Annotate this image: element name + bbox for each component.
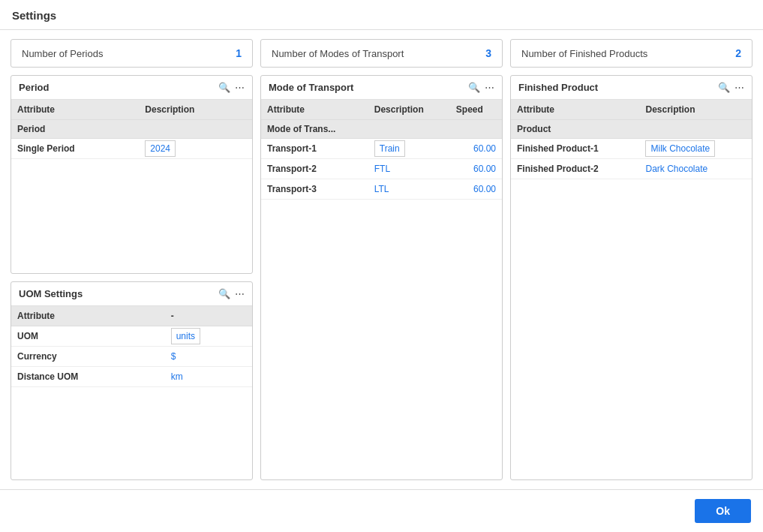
single-period-value-cell[interactable]: 2024 [139, 139, 252, 159]
currency-value[interactable]: $ [171, 351, 176, 362]
currency-value-cell[interactable]: $ [165, 347, 252, 367]
table-row: UOM units [11, 326, 252, 347]
transport2-label: Transport-2 [261, 159, 368, 179]
page-title: Settings [12, 9, 751, 22]
uom-value[interactable]: units [171, 328, 200, 344]
period-col-description: Description [139, 100, 252, 120]
uom-search-icon[interactable]: 🔍 [218, 288, 230, 299]
products-value: 2 [735, 47, 741, 59]
right-col: Finished Product 🔍 ⋯ Attribute Descripti… [510, 75, 752, 480]
uom-panel: UOM Settings 🔍 ⋯ Attribute - [11, 281, 253, 480]
transport-col-speed: Speed [450, 100, 502, 120]
middle-col: Mode of Transport 🔍 ⋯ Attribute Descript… [260, 75, 503, 480]
transport1-speed: 60.00 [450, 139, 502, 159]
finished-subheader-row: Product [511, 120, 752, 139]
table-row: Finished Product-2 Dark Chocolate [511, 159, 752, 179]
summary-row: Number of Periods 1 Number of Modes of T… [11, 39, 752, 68]
product2-label: Finished Product-2 [511, 159, 639, 179]
transport1-desc-cell[interactable]: Train [368, 139, 450, 159]
product1-value[interactable]: Milk Chocolate [645, 140, 715, 157]
single-period-value[interactable]: 2024 [145, 140, 176, 157]
periods-value: 1 [236, 47, 242, 59]
uom-panel-title: UOM Settings [19, 288, 83, 299]
table-row: Transport-1 Train 60.00 [261, 139, 502, 159]
period-col-attribute: Attribute [11, 100, 139, 120]
transport-panel-title: Mode of Transport [269, 82, 353, 93]
finished-panel: Finished Product 🔍 ⋯ Attribute Descripti… [510, 75, 752, 480]
transport-more-icon[interactable]: ⋯ [485, 82, 494, 93]
finished-subheader-value [639, 120, 752, 139]
period-more-icon[interactable]: ⋯ [235, 82, 245, 93]
uom-label: UOM [11, 326, 165, 347]
uom-col-attribute: Attribute [11, 306, 165, 326]
product2-value-cell[interactable]: Dark Chocolate [639, 159, 752, 179]
table-row: Finished Product-1 Milk Chocolate [511, 139, 752, 159]
uom-value-cell[interactable]: units [165, 326, 252, 347]
table-row: Single Period 2024 [11, 139, 252, 159]
transport-subheader-speed [450, 120, 502, 139]
distance-uom-value-cell[interactable]: km [165, 367, 252, 387]
product2-value[interactable]: Dark Chocolate [645, 164, 707, 174]
table-row: Distance UOM km [11, 367, 252, 387]
period-subheader-value [139, 120, 252, 139]
finished-search-icon[interactable]: 🔍 [718, 82, 730, 93]
uom-more-icon[interactable]: ⋯ [235, 288, 245, 299]
transport3-description[interactable]: LTL [374, 184, 389, 194]
finished-panel-title: Finished Product [518, 82, 598, 93]
table-row: Transport-2 FTL 60.00 [261, 159, 502, 179]
single-period-label: Single Period [11, 139, 139, 159]
finished-col-attribute: Attribute [511, 100, 639, 120]
period-panel: Period 🔍 ⋯ Attribute Description [11, 75, 253, 274]
transport-col-attribute: Attribute [261, 100, 368, 120]
panels-row: Period 🔍 ⋯ Attribute Description [11, 75, 752, 480]
period-subheader-row: Period [11, 120, 252, 139]
transport-search-icon[interactable]: 🔍 [468, 82, 480, 93]
distance-uom-label: Distance UOM [11, 367, 165, 387]
modes-label: Number of Modes of Transport [272, 48, 404, 59]
transport-panel: Mode of Transport 🔍 ⋯ Attribute Descript… [260, 75, 503, 480]
modes-value: 3 [485, 47, 491, 59]
left-col: Period 🔍 ⋯ Attribute Description [11, 75, 253, 480]
periods-label: Number of Periods [22, 48, 103, 59]
transport2-speed: 60.00 [450, 159, 502, 179]
transport2-desc-cell[interactable]: FTL [368, 159, 450, 179]
transport-subheader-label: Mode of Trans... [261, 120, 368, 139]
period-panel-title: Period [19, 82, 49, 93]
periods-summary-card: Number of Periods 1 [11, 39, 253, 68]
transport1-label: Transport-1 [261, 139, 368, 159]
finished-col-description: Description [639, 100, 752, 120]
product1-value-cell[interactable]: Milk Chocolate [639, 139, 752, 159]
period-search-icon[interactable]: 🔍 [218, 82, 230, 93]
finished-more-icon[interactable]: ⋯ [734, 82, 744, 93]
transport-col-description: Description [368, 100, 450, 120]
transport1-description[interactable]: Train [374, 140, 405, 157]
table-row: Currency $ [11, 347, 252, 367]
finished-subheader-label: Product [511, 120, 639, 139]
product1-label: Finished Product-1 [511, 139, 639, 159]
currency-label: Currency [11, 347, 165, 367]
uom-col-dash: - [165, 306, 252, 326]
transport3-label: Transport-3 [261, 179, 368, 200]
transport-subheader-desc [368, 120, 450, 139]
footer: Ok [0, 489, 763, 532]
distance-uom-value[interactable]: km [171, 371, 183, 382]
transport-subheader-row: Mode of Trans... [261, 120, 502, 139]
ok-button[interactable]: Ok [695, 499, 751, 523]
transport2-description[interactable]: FTL [374, 164, 390, 174]
transport3-desc-cell[interactable]: LTL [368, 179, 450, 200]
products-summary-card: Number of Finished Products 2 [510, 39, 752, 68]
table-row: Transport-3 LTL 60.00 [261, 179, 502, 200]
products-label: Number of Finished Products [521, 48, 647, 59]
transport3-speed: 60.00 [450, 179, 502, 200]
period-subheader-label: Period [11, 120, 139, 139]
modes-summary-card: Number of Modes of Transport 3 [260, 39, 503, 68]
